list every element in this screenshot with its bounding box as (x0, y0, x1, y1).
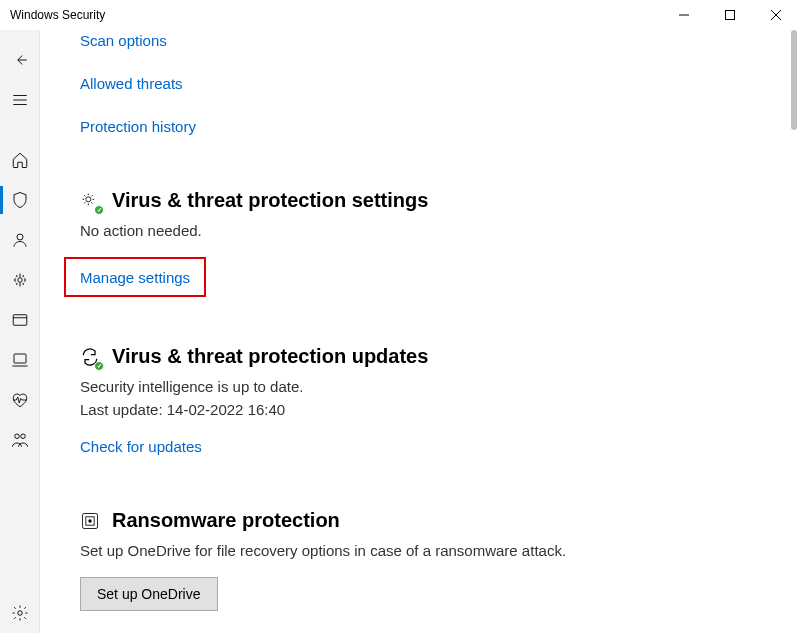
svg-point-16 (86, 196, 91, 201)
settings-desc: No action needed. (80, 222, 779, 239)
svg-rect-1 (726, 11, 735, 20)
ransomware-title: Ransomware protection (112, 509, 340, 532)
updates-last-update: Last update: 14-02-2022 16:40 (80, 401, 779, 418)
svg-point-15 (18, 611, 23, 616)
titlebar-controls (661, 0, 799, 30)
status-ok-badge (94, 205, 104, 215)
manage-settings-link[interactable]: Manage settings (80, 269, 190, 286)
sidebar-item-app-browser[interactable] (0, 300, 40, 340)
app-browser-icon (11, 311, 29, 329)
back-arrow-icon (11, 51, 29, 69)
svg-point-14 (21, 434, 26, 439)
ransomware-desc: Set up OneDrive for file recovery option… (80, 542, 779, 559)
sidebar (0, 30, 40, 633)
sidebar-item-virus-protection[interactable] (0, 180, 40, 220)
protection-history-link[interactable]: Protection history (80, 118, 196, 135)
firewall-icon (11, 271, 29, 289)
svg-point-8 (18, 278, 23, 283)
close-icon (771, 10, 781, 20)
setup-onedrive-button[interactable]: Set up OneDrive (80, 577, 218, 611)
family-icon (11, 431, 29, 449)
ransomware-section: Ransomware protection Set up OneDrive fo… (80, 509, 779, 633)
minimize-button[interactable] (661, 0, 707, 30)
device-security-icon (11, 351, 29, 369)
maximize-button[interactable] (707, 0, 753, 30)
main-content: Scan options Allowed threats Protection … (40, 30, 799, 633)
shield-icon (11, 191, 29, 209)
svg-point-19 (88, 519, 91, 522)
minimize-icon (679, 10, 689, 20)
window-title: Windows Security (10, 8, 105, 22)
top-links: Scan options Allowed threats Protection … (80, 32, 779, 141)
sidebar-item-family[interactable] (0, 420, 40, 460)
settings-section: Virus & threat protection settings No ac… (80, 189, 779, 297)
check-updates-link[interactable]: Check for updates (80, 438, 202, 455)
updates-desc: Security intelligence is up to date. (80, 378, 779, 395)
sidebar-item-account[interactable] (0, 220, 40, 260)
svg-rect-9 (13, 315, 27, 326)
svg-point-13 (15, 434, 20, 439)
updates-section-icon (80, 347, 100, 367)
highlight-annotation: Manage settings (64, 257, 206, 297)
close-button[interactable] (753, 0, 799, 30)
gear-icon (11, 604, 29, 622)
menu-button[interactable] (0, 80, 40, 120)
ransomware-icon (80, 511, 100, 531)
updates-section: Virus & threat protection updates Securi… (80, 345, 779, 461)
heart-icon (11, 391, 29, 409)
sidebar-item-settings[interactable] (0, 593, 40, 633)
svg-rect-11 (14, 354, 26, 363)
settings-section-icon (80, 191, 100, 211)
sidebar-item-device-performance[interactable] (0, 380, 40, 420)
sidebar-item-home[interactable] (0, 140, 40, 180)
ransomware-section-icon (80, 511, 100, 531)
maximize-icon (725, 10, 735, 20)
status-ok-badge (94, 361, 104, 371)
sidebar-item-device-security[interactable] (0, 340, 40, 380)
svg-point-7 (17, 234, 23, 240)
hamburger-icon (11, 91, 29, 109)
allowed-threats-link[interactable]: Allowed threats (80, 75, 183, 92)
scan-options-link[interactable]: Scan options (80, 32, 167, 49)
back-button[interactable] (0, 40, 40, 80)
scrollbar[interactable] (791, 30, 797, 130)
sidebar-item-firewall[interactable] (0, 260, 40, 300)
settings-title: Virus & threat protection settings (112, 189, 428, 212)
home-icon (11, 151, 29, 169)
updates-title: Virus & threat protection updates (112, 345, 428, 368)
titlebar: Windows Security (0, 0, 799, 30)
account-icon (11, 231, 29, 249)
